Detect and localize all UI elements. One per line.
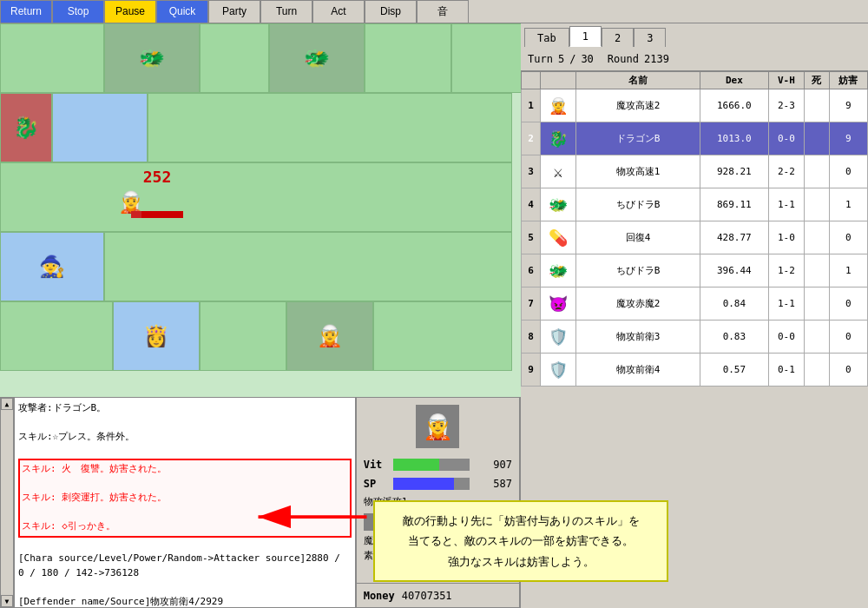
sp-label: SP <box>364 478 390 490</box>
row-dead-7 <box>805 287 830 321</box>
row-name-6: ちびドラB <box>576 254 700 287</box>
red-line-1: スキル: 火 復讐。妨害された。 <box>22 462 348 477</box>
enemy-sprite-2: 🐲 <box>299 41 334 76</box>
act-button[interactable]: Act <box>312 0 365 23</box>
row-name-3: 物攻高速1 <box>576 155 700 188</box>
table-row[interactable]: 5💊回復4428.771-00 <box>522 221 868 254</box>
row-num-4: 4 <box>522 188 541 221</box>
char-sprite: 🧝 <box>416 405 459 448</box>
col-vh: V-H <box>768 72 804 89</box>
row-name-4: ちびドラB <box>576 188 700 221</box>
row-dex-6: 396.44 <box>700 254 769 287</box>
turn-button[interactable]: Turn <box>260 0 312 23</box>
scroll-down-btn[interactable]: ▼ <box>1 595 13 607</box>
char-sprite-area: 🧝 <box>357 398 519 455</box>
row-icon-3: ⚔️ <box>541 155 576 188</box>
tab-tab[interactable]: Tab <box>524 28 569 47</box>
row-dead-3 <box>805 155 830 188</box>
row-name-7: 魔攻赤魔2 <box>576 287 700 321</box>
row-num-6: 6 <box>522 254 541 287</box>
tooltip-line3: 強力なスキルは妨害しよう。 <box>388 552 654 572</box>
row-hinder-3: 0 <box>829 155 867 188</box>
top-nav: Return Stop Pause Quick Party Turn Act D… <box>0 0 868 23</box>
row-name-5: 回復4 <box>576 221 700 254</box>
row-icon-1: 🧝 <box>541 89 576 122</box>
enemy-sprite-1: 🐲 <box>135 41 169 76</box>
return-button[interactable]: Return <box>0 0 52 23</box>
tab-2[interactable]: 2 <box>602 28 634 47</box>
table-row[interactable]: 9🛡️物攻前衛40.570-10 <box>522 354 868 387</box>
row-icon-7: 👿 <box>541 287 576 321</box>
row-icon-4: 🐲 <box>541 188 576 221</box>
turn-sep: / <box>569 53 575 65</box>
tab-3[interactable]: 3 <box>634 28 666 47</box>
sound-button[interactable]: 音 <box>417 0 469 23</box>
row-num-3: 3 <box>522 155 541 188</box>
turn-label: Turn <box>528 53 553 65</box>
party-button[interactable]: Party <box>208 0 260 23</box>
row-dex-7: 0.84 <box>700 287 769 321</box>
vit-bar <box>393 459 470 471</box>
tab-1[interactable]: 1 <box>569 26 602 47</box>
tooltip-box: 敵の行動より先に「妨害付与ありのスキル」を 当てると、敵のスキルの一部を妨害でき… <box>373 500 668 582</box>
turn-max: 30 <box>581 53 593 65</box>
row-num-7: 7 <box>522 287 541 321</box>
money-row: Money 40707351 <box>357 583 519 607</box>
turn-info: Turn 5 / 30 Round 2139 <box>521 47 868 71</box>
scroll-up-btn[interactable]: ▲ <box>1 398 13 410</box>
row-vh-8: 0-0 <box>768 321 804 354</box>
row-dex-8: 0.83 <box>700 321 769 354</box>
row-hinder-9: 0 <box>829 354 867 387</box>
row-hinder-2: 9 <box>829 122 867 155</box>
quick-button[interactable]: Quick <box>156 0 208 23</box>
row-name-2: ドラゴンB <box>576 122 700 155</box>
row-dex-9: 0.57 <box>700 354 769 387</box>
ally-sprite-3: 👸 <box>139 319 174 354</box>
vit-row: Vit 907 <box>357 455 519 474</box>
sp-bar <box>393 478 470 490</box>
col-hinder: 妨害 <box>829 72 867 89</box>
row-vh-4: 1-1 <box>768 188 804 221</box>
enemy-sprite-3: 🐉 <box>9 110 43 145</box>
table-row[interactable]: 2🐉ドラゴンB1013.00-09 <box>522 122 868 155</box>
row-icon-2: 🐉 <box>541 122 576 155</box>
row-dex-4: 869.11 <box>700 188 769 221</box>
log-scrollbar[interactable]: ▲ ▼ <box>0 397 14 608</box>
ally-sprite-2: 🧙 <box>35 249 69 284</box>
tooltip-line2: 当てると、敵のスキルの一部を妨害できる。 <box>388 531 654 551</box>
row-hinder-4: 1 <box>829 188 867 221</box>
row-vh-6: 1-2 <box>768 254 804 287</box>
pause-button[interactable]: Pause <box>104 0 156 23</box>
table-row[interactable]: 1🧝魔攻高速21666.02-39 <box>522 89 868 122</box>
row-vh-1: 2-3 <box>768 89 804 122</box>
row-dead-1 <box>805 89 830 122</box>
table-row[interactable]: 4🐲ちびドラB869.111-11 <box>522 188 868 221</box>
damage-number: 252 <box>143 168 172 186</box>
row-name-8: 物攻前衛3 <box>576 321 700 354</box>
sp-bar-fill <box>393 478 455 490</box>
row-hinder-5: 0 <box>829 221 867 254</box>
money-label: Money <box>364 590 395 602</box>
row-name-1: 魔攻高速2 <box>576 89 700 122</box>
round-label: Round <box>608 53 639 65</box>
col-dead: 死 <box>805 72 830 89</box>
row-icon-8: 🛡️ <box>541 321 576 354</box>
row-num-9: 9 <box>522 354 541 387</box>
table-row[interactable]: 7👿魔攻赤魔20.841-10 <box>522 287 868 321</box>
table-row[interactable]: 6🐲ちびドラB396.441-21 <box>522 254 868 287</box>
row-dex-2: 1013.0 <box>700 122 769 155</box>
row-dex-3: 928.21 <box>700 155 769 188</box>
row-hinder-1: 9 <box>829 89 867 122</box>
row-num-8: 8 <box>522 321 541 354</box>
table-row[interactable]: 8🛡️物攻前衛30.830-00 <box>522 321 868 354</box>
row-icon-6: 🐲 <box>541 254 576 287</box>
row-num-5: 5 <box>522 221 541 254</box>
disp-button[interactable]: Disp <box>365 0 417 23</box>
row-icon-5: 💊 <box>541 221 576 254</box>
row-dex-5: 428.77 <box>700 221 769 254</box>
row-hinder-7: 0 <box>829 287 867 321</box>
table-row[interactable]: 3⚔️物攻高速1928.212-20 <box>522 155 868 188</box>
stop-button[interactable]: Stop <box>52 0 104 23</box>
col-name: 名前 <box>576 72 700 89</box>
row-num-2: 2 <box>522 122 541 155</box>
